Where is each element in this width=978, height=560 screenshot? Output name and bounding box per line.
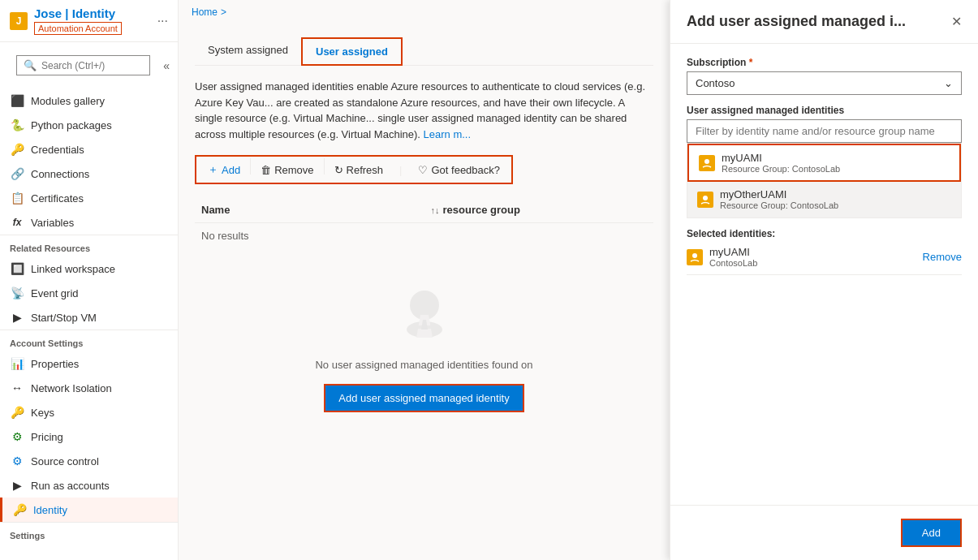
selected-identity-item: myUAMI ContosoLab Remove — [687, 239, 962, 275]
col-header-name: Name — [195, 204, 424, 216]
collapse-sidebar-button[interactable]: « — [163, 59, 170, 72]
sidebar-item-label: Certificates — [31, 192, 84, 205]
sidebar-item-label: Keys — [31, 407, 54, 419]
col-header-resource-group[interactable]: ↑↓ resource group — [424, 204, 654, 216]
panel-footer: Add — [670, 505, 978, 560]
sidebar-item-properties[interactable]: 📊 Properties — [0, 351, 178, 376]
empty-state-icon — [392, 281, 457, 346]
sidebar-item-label: Source control — [31, 455, 99, 467]
start-stop-vm-icon: ▶ — [10, 310, 24, 325]
selected-item-name: myUAMI — [709, 246, 916, 258]
search-input[interactable] — [41, 60, 143, 71]
run-as-accounts-icon: ▶ — [10, 478, 24, 493]
no-results-text: No results — [195, 223, 653, 248]
sidebar-item-label: Modules gallery — [31, 95, 105, 107]
sidebar-item-identity[interactable]: 🔑 Identity — [0, 498, 178, 522]
identity-list: myUAMI Resource Group: ContosoLab myOthe… — [687, 143, 962, 218]
panel-close-button[interactable]: ✕ — [951, 14, 962, 29]
credentials-icon: 🔑 — [10, 142, 24, 157]
identity-item-icon — [697, 192, 713, 208]
toolbar-wrapper: ＋ Add 🗑 Remove ↻ Refresh | ♡ Got feedbac… — [195, 155, 513, 184]
sidebar-item-credentials[interactable]: 🔑 Credentials — [0, 137, 178, 162]
identity-name: myUAMI — [722, 152, 950, 164]
managed-identity-icon — [701, 157, 713, 169]
sidebar-item-network-isolation[interactable]: ↔ Network Isolation — [0, 376, 178, 400]
sidebar-nav: ⬛ Modules gallery 🐍 Python packages 🔑 Cr… — [0, 88, 178, 560]
sidebar-item-label: Linked workspace — [31, 263, 115, 275]
identity-item-myUAMI[interactable]: myUAMI Resource Group: ContosoLab — [687, 144, 961, 182]
breadcrumb-home[interactable]: Home — [192, 6, 218, 18]
add-button[interactable]: ＋ Add — [198, 158, 250, 181]
sidebar-item-run-as-accounts[interactable]: ▶ Run as accounts — [0, 473, 178, 498]
heart-icon: ♡ — [418, 164, 428, 176]
identity-item-info: myOtherUAMI Resource Group: ContosoLab — [720, 188, 951, 210]
breadcrumb: Home > — [179, 0, 670, 24]
panel-header: Add user assigned managed i... ✕ — [670, 0, 978, 44]
identities-label: User assigned managed identities — [687, 105, 962, 116]
sidebar-item-source-control[interactable]: ⚙ Source control — [0, 449, 178, 473]
certificates-icon: 📋 — [10, 191, 24, 205]
related-resources-section: Related Resources — [0, 235, 178, 256]
tab-bar: System assigned User assigned — [195, 37, 653, 66]
sidebar-item-label: Variables — [31, 217, 74, 229]
add-user-assigned-identity-button[interactable]: Add user assigned managed identity — [324, 384, 523, 412]
keys-icon: 🔑 — [10, 405, 24, 420]
filter-input[interactable] — [687, 119, 962, 143]
sidebar-item-label: Python packages — [31, 119, 112, 131]
tab-user-assigned[interactable]: User assigned — [301, 37, 403, 66]
sidebar-item-python-packages[interactable]: 🐍 Python packages — [0, 113, 178, 137]
logo-icon: J — [10, 12, 28, 30]
python-packages-icon: 🐍 — [10, 118, 24, 132]
managed-identity-icon — [700, 194, 711, 205]
panel-body: Subscription * Contoso ⌄ User assigned m… — [670, 44, 978, 505]
sidebar: J Jose | Identity Automation Account ···… — [0, 0, 179, 560]
sidebar-item-modules-gallery[interactable]: ⬛ Modules gallery — [0, 88, 178, 113]
selected-identity-icon — [687, 249, 703, 265]
search-box: 🔍 — [16, 55, 150, 75]
sidebar-item-label: Event grid — [31, 287, 79, 299]
refresh-button[interactable]: ↻ Refresh — [325, 158, 394, 181]
identity-item-icon — [699, 155, 715, 171]
main-content: Home > System assigned User assigned Use… — [179, 0, 670, 560]
selected-label: Selected identities: — [687, 228, 962, 239]
sidebar-item-label: Pricing — [31, 431, 63, 443]
modules-gallery-icon: ⬛ — [10, 93, 24, 108]
sidebar-item-label: Properties — [31, 358, 79, 370]
sidebar-item-event-grid[interactable]: 📡 Event grid — [0, 281, 178, 305]
breadcrumb-separator: > — [221, 6, 226, 18]
identity-item-info: myUAMI Resource Group: ContosoLab — [722, 152, 950, 174]
automation-account-badge: Automation Account — [34, 22, 122, 35]
sidebar-item-label: Connections — [31, 168, 89, 180]
identity-rg: Resource Group: ContosoLab — [722, 164, 950, 174]
account-settings-section: Account Settings — [0, 330, 178, 351]
variables-icon: fx — [10, 215, 24, 230]
sidebar-item-certificates[interactable]: 📋 Certificates — [0, 186, 178, 210]
selected-identities-section: Selected identities: myUAMI ContosoLab R… — [687, 228, 962, 275]
required-indicator: * — [749, 57, 753, 68]
connections-icon: 🔗 — [10, 166, 24, 181]
more-options-icon[interactable]: ··· — [157, 14, 168, 28]
subscription-dropdown[interactable]: Contoso ⌄ — [687, 71, 962, 95]
sidebar-item-linked-workspace[interactable]: 🔲 Linked workspace — [0, 256, 178, 281]
panel-add-button[interactable]: Add — [901, 519, 962, 547]
feedback-button[interactable]: ♡ Got feedback? — [408, 158, 510, 181]
remove-button[interactable]: 🗑 Remove — [251, 158, 323, 181]
sidebar-item-variables[interactable]: fx Variables — [0, 210, 178, 235]
identities-field: User assigned managed identities myUAMI … — [687, 105, 962, 218]
learn-more-link[interactable]: Learn m... — [424, 128, 472, 140]
sidebar-header: J Jose | Identity Automation Account ··· — [0, 0, 178, 42]
sidebar-item-label: Credentials — [31, 144, 84, 156]
sidebar-item-start-stop-vm[interactable]: ▶ Start/Stop VM — [0, 305, 178, 330]
remove-selected-link[interactable]: Remove — [923, 251, 962, 263]
managed-identity-icon-sm — [689, 252, 700, 263]
sidebar-item-connections[interactable]: 🔗 Connections — [0, 162, 178, 186]
identity-rg: Resource Group: ContosoLab — [720, 200, 951, 210]
identity-item-myOtherUAMI[interactable]: myOtherUAMI Resource Group: ContosoLab — [687, 182, 961, 218]
tab-system-assigned[interactable]: System assigned — [195, 37, 301, 66]
description-text: User assigned managed identities enable … — [195, 79, 653, 142]
svg-point-5 — [704, 159, 709, 164]
refresh-icon: ↻ — [334, 164, 343, 176]
sidebar-item-keys[interactable]: 🔑 Keys — [0, 400, 178, 424]
sidebar-item-label: Run as accounts — [31, 480, 110, 492]
sidebar-item-pricing[interactable]: ⚙ Pricing — [0, 424, 178, 449]
